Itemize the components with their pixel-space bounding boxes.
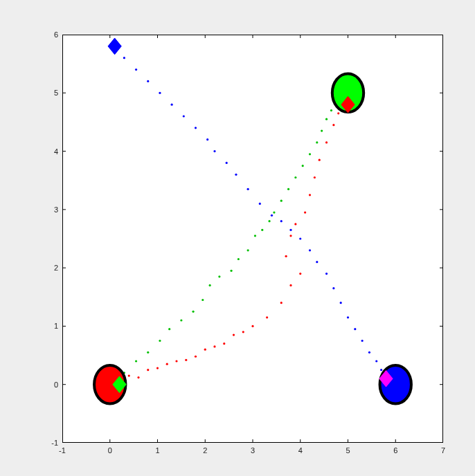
blue-path-dot [280, 220, 283, 222]
blue-path-dot [235, 174, 237, 176]
figure: -101234567-10123456 [0, 0, 475, 476]
x-tick-label: 7 [441, 446, 445, 455]
red-path-dot [319, 159, 321, 161]
plot-canvas [62, 35, 443, 443]
y-tick-label: -1 [51, 439, 58, 447]
red-path-dot [325, 141, 328, 143]
red-path-dot [147, 369, 149, 371]
green-path-dot [287, 188, 289, 190]
red-path-dot [128, 374, 130, 376]
red-path-dot [242, 331, 244, 333]
green-path-dot [273, 211, 275, 213]
blue-path-dot [271, 214, 273, 217]
blue-path-dot [135, 68, 137, 71]
blue-path-dot [289, 229, 292, 231]
x-tick-label: -1 [59, 446, 66, 455]
blue-path-dot [226, 162, 228, 164]
y-tick-label: 2 [54, 264, 58, 272]
blue-path-dot [309, 249, 311, 251]
red-path-dot [280, 302, 283, 304]
y-tick-label: 4 [54, 147, 58, 156]
x-tick-label: 3 [251, 446, 255, 455]
green-path-dot [192, 311, 194, 313]
green-path-dot [268, 220, 270, 222]
x-tick-label: 6 [393, 446, 397, 455]
blue-path-dot [340, 302, 342, 304]
blue-path-dot [299, 237, 301, 239]
blue-path-dot [354, 328, 356, 330]
red-path-dot [314, 176, 316, 178]
green-path-dot [325, 118, 328, 120]
red-path-dot [156, 367, 159, 369]
green-path-dot [247, 249, 249, 251]
green-path-dot [238, 258, 240, 260]
x-tick-label: 0 [108, 446, 112, 455]
red-path-dot [204, 349, 206, 351]
axes [62, 35, 443, 443]
green-path-dot [135, 360, 137, 362]
red-path-dot [166, 363, 168, 365]
blue-path-dot [316, 261, 318, 263]
red-path-dot [294, 223, 296, 225]
red-path-dot [285, 255, 287, 257]
blue-path-dot [183, 115, 185, 117]
blue-path-dot [213, 150, 215, 152]
green-path-dot [209, 284, 211, 286]
blue-path-dot [259, 203, 261, 205]
red-path-dot [185, 359, 187, 361]
y-tick-label: 3 [54, 205, 58, 214]
red-path-dot [213, 345, 215, 347]
green-path-dot [294, 176, 296, 178]
red-path-dot [304, 211, 306, 213]
green-path-dot [330, 109, 332, 111]
red-path-dot [137, 376, 139, 378]
red-path-dot [266, 316, 268, 318]
blue-path-dot [375, 360, 377, 362]
green-path-dot [168, 328, 170, 330]
green-path-dot [218, 275, 220, 277]
green-path-dot [159, 340, 161, 342]
top-left-diamond [108, 38, 121, 55]
y-tick-label: 1 [54, 322, 58, 330]
red-path-dot [289, 235, 292, 237]
blue-path-dot [195, 127, 197, 129]
green-path-dot [316, 141, 318, 143]
blue-path-dot [206, 138, 208, 140]
green-path-dot [321, 129, 323, 131]
green-path-dot [230, 270, 232, 272]
red-path-dot [309, 194, 311, 196]
red-path-dot [233, 333, 235, 336]
x-tick-label: 1 [155, 446, 159, 455]
blue-path-dot [159, 92, 161, 94]
y-tick-label: 5 [54, 89, 58, 97]
blue-path-dot [332, 287, 334, 289]
x-tick-label: 2 [203, 446, 207, 455]
green-path-dot [302, 165, 304, 167]
green-path-dot [180, 319, 182, 321]
green-path-dot [254, 235, 256, 237]
x-tick-label: 5 [346, 446, 350, 455]
blue-path-dot [123, 57, 125, 59]
blue-path-dot [361, 340, 364, 342]
red-path-dot [223, 342, 225, 345]
red-path-dot [332, 124, 334, 126]
red-path-dot [299, 273, 301, 275]
blue-path-dot [380, 369, 382, 371]
red-path-dot [175, 360, 177, 362]
blue-path-dot [347, 316, 349, 318]
red-path-dot [337, 112, 339, 114]
blue-path-dot [147, 80, 149, 82]
x-tick-label: 4 [298, 446, 303, 455]
green-path-dot [201, 299, 204, 301]
green-path-dot [261, 229, 263, 231]
green-path-dot [147, 351, 149, 354]
y-tick-label: 6 [54, 30, 58, 39]
green-path-dot [280, 200, 283, 202]
green-path-dot [309, 153, 311, 155]
red-path-dot [195, 356, 197, 358]
y-tick-label: 0 [54, 381, 58, 389]
blue-path-dot [368, 351, 370, 354]
red-path-dot [289, 284, 292, 286]
red-path-dot [251, 325, 253, 327]
blue-path-dot [247, 188, 249, 190]
